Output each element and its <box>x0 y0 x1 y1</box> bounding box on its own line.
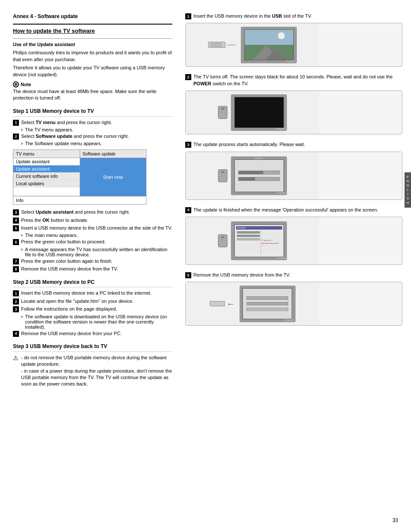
menu-item: Current software info <box>13 173 80 180</box>
section-title: How to update the TV software <box>13 27 172 35</box>
tv-diagram-3: PHILIPS PHILIPS <box>185 152 402 200</box>
success-left-panel <box>236 230 261 255</box>
tv-frame-1: PHILIPS <box>241 27 297 63</box>
success-right-panel: Programme > Operation Successful! • <box>261 230 282 255</box>
list-item: 4 Press the OK button to activate. <box>13 217 172 224</box>
tv-wrapper-2: PHILIPS <box>186 91 319 134</box>
tv-body-5: PHILIPS <box>240 286 296 322</box>
menu-right-panel: Start now <box>80 158 146 196</box>
tv-wrapper-3: PHILIPS PHILIPS <box>186 152 319 199</box>
menu-item-empty <box>13 187 80 196</box>
menu-col1-header: TV menu <box>13 150 80 158</box>
page-container: Annex 4 - Software update How to update … <box>0 0 411 532</box>
philips-logo-2: PHILIPS <box>277 128 285 130</box>
menu-header-row: TV menu Software update <box>13 150 146 158</box>
start-now-label: Start now <box>103 174 123 180</box>
menu-item: Update assistant <box>13 158 80 165</box>
usb-stick <box>208 42 225 48</box>
arrow-left-icon: ← <box>227 299 235 309</box>
tv-frame-2: PHILIPS <box>231 94 287 131</box>
section-divider <box>13 24 172 25</box>
success-bar-2 <box>237 235 260 237</box>
success-bar-1 <box>237 231 260 233</box>
menu-body: Update assistant Update assistant Curren… <box>13 158 146 196</box>
tv-screen-success: PHILIPS Programme > Operation Successful… <box>234 224 284 257</box>
menu-info-row: Info <box>13 196 146 204</box>
tv-screen-1 <box>244 29 294 60</box>
bar-5-3 <box>246 308 288 311</box>
use-assistant-para1: Philips continuously tries to improve it… <box>13 50 172 63</box>
right-step-2: 2 The TV turns off. The screen stays bla… <box>185 74 402 87</box>
list-item: 7 Press the green color button again to … <box>13 258 172 264</box>
mountain2 <box>265 48 287 60</box>
philips-logo-3: PHILIPS <box>277 192 285 194</box>
list-item: 2 Locate and open the file "update.htm" … <box>13 298 172 305</box>
tv-wrapper-4: PHILIPS Programme > Operation Successful… <box>186 217 319 264</box>
left-column: Annex 4 - Software update How to update … <box>13 13 181 519</box>
usb-removal: ← <box>210 299 235 309</box>
menu-col2-header: Software update <box>80 150 146 158</box>
note-text: The device must have at least 48Mb free … <box>13 88 172 102</box>
success-bar-3 <box>237 238 260 240</box>
bar-5-2 <box>246 302 288 305</box>
step1-list: 1 Select TV menu and press the cursor ri… <box>13 119 172 146</box>
tv-diagram-5: ← PHILIPS <box>185 282 402 326</box>
english-tab: ENGLISH <box>405 172 411 208</box>
remote-2 <box>218 106 227 119</box>
tv-body-2: PHILIPS <box>231 94 287 131</box>
use-assistant-para2: Therefore it allows you to update your T… <box>13 65 172 78</box>
right-step-1: 1 Insert the USB memory device in the US… <box>185 13 402 19</box>
programme-text: Programme > <box>262 239 281 241</box>
list-item: 8 Remove the USB memory device from the … <box>13 266 172 272</box>
progress-fill-1 <box>239 171 263 174</box>
use-assistant-title: Use of the Update assistant <box>13 41 172 48</box>
sub-item: ▹ The Software update menu appears. <box>21 141 172 146</box>
list-item: 2 Select Software update and press the c… <box>13 133 172 140</box>
list-item: 6 Press the green color button to procee… <box>13 239 172 245</box>
tv-screen-5 <box>243 288 292 319</box>
success-menu-bar: PHILIPS <box>236 226 282 230</box>
tv-screen-black <box>234 97 284 128</box>
step1-continue-list: 3 Select Update assistant and press the … <box>13 209 172 272</box>
step2-list: 1 Insert the USB memory device into a PC… <box>13 290 172 337</box>
tv-frame-5: PHILIPS <box>240 286 296 322</box>
usb-removal-group: ← <box>210 299 235 309</box>
warning-text: - do not remove the USB portable memory … <box>21 355 172 388</box>
list-item: 5 Insert a USB memory device to the USB … <box>13 225 172 231</box>
tv-diagram-4: PHILIPS Programme > Operation Successful… <box>185 217 402 265</box>
philips-logo-5: PHILIPS <box>285 319 293 321</box>
tv-frame-4: PHILIPS Programme > Operation Successful… <box>231 221 287 260</box>
step3-title: Step 3 USB Memory device back to TV <box>13 343 172 352</box>
note-title: ⊕ Note <box>13 81 172 87</box>
philips-logo-top: PHILIPS <box>255 157 263 160</box>
tv-diagram-2: PHILIPS <box>185 90 402 134</box>
remote-3 <box>218 169 227 182</box>
right-column: 1 Insert the USB memory device in the US… <box>181 13 402 519</box>
usb-connector <box>208 42 237 48</box>
remote-4 <box>218 234 227 247</box>
sub-item: ▹ A message appears the TV has successfu… <box>21 247 172 257</box>
philips-logo-1: PHILIPS <box>287 60 295 62</box>
tv-body-1: PHILIPS <box>241 27 297 63</box>
list-item: 1 Select TV menu and press the cursor ri… <box>13 119 172 126</box>
philips-logo-4: PHILIPS <box>277 257 285 259</box>
bar-5-1 <box>246 296 288 300</box>
progress-bar-2 <box>238 177 280 181</box>
note-box: ⊕ Note The device must have at least 48M… <box>13 81 172 102</box>
step3-warning: ⚠ - do not remove the USB portable memor… <box>13 355 172 389</box>
note-icon: ⊕ <box>13 81 19 87</box>
menu-table: TV menu Software update Update assistant… <box>13 149 146 205</box>
tv-frame-3: PHILIPS PHILIPS <box>231 156 287 195</box>
tv-wrapper-5: ← PHILIPS <box>186 282 319 325</box>
tv-body-4: PHILIPS Programme > Operation Successful… <box>231 221 287 260</box>
right-step-3: 3 The update process starts automaticall… <box>185 141 402 148</box>
usb-cable <box>227 45 235 45</box>
list-item: 4 Remove the USB memory device from your… <box>13 330 172 337</box>
page-number: 33 <box>392 517 398 523</box>
sub-item: ▹ The TV menu appears. <box>21 127 172 132</box>
menu-left-items: Update assistant Update assistant Curren… <box>13 158 80 196</box>
warning-icon: ⚠ <box>13 355 19 361</box>
sky <box>245 30 293 45</box>
menu-item-selected: Update assistant <box>13 165 80 173</box>
sub-item: ▹ The main menu appears. <box>21 233 172 238</box>
